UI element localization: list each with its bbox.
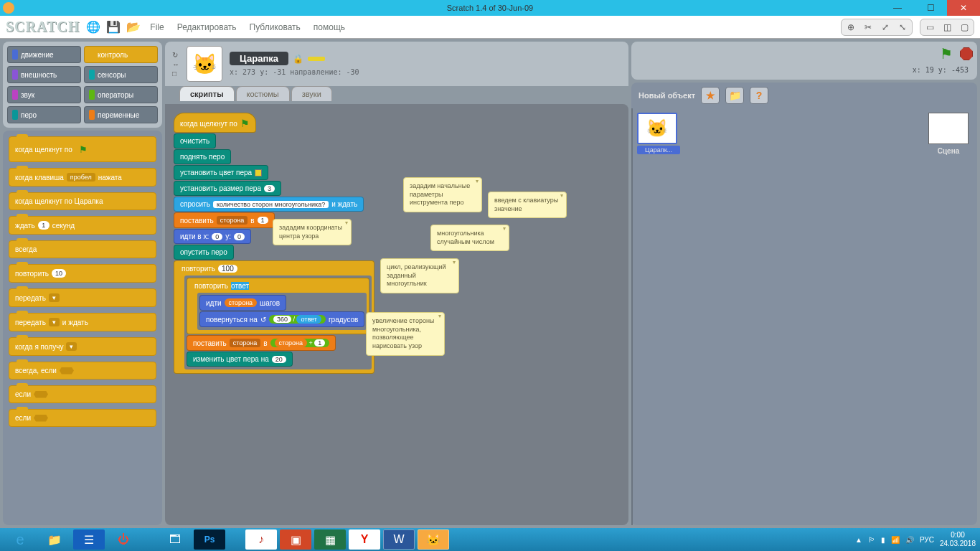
block-move[interactable]: идти сторона шагов [199, 295, 286, 311]
taskbar-app2[interactable]: 🗔 [159, 529, 191, 550]
tab-costumes[interactable]: костюмы [236, 86, 290, 101]
sprite-name[interactable]: Царапка [230, 52, 288, 65]
comment-1[interactable]: зададим начальные параметры инструмента … [403, 177, 482, 212]
tray-battery-icon[interactable]: ▮ [881, 536, 885, 544]
block-repeat-outer[interactable]: повторить 100 повторить ответ идти сторо… [174, 260, 374, 374]
normal-stage-icon[interactable]: ◫ [939, 21, 955, 34]
block-set-pen-color[interactable]: установить цвет пера [174, 165, 268, 180]
cut-icon[interactable]: ✂ [860, 21, 876, 34]
cat-motion[interactable]: движение [7, 46, 81, 63]
draggable-toggle[interactable] [308, 57, 325, 61]
palette-if-else[interactable]: если [9, 409, 156, 427]
blocks-palette: когда щелкнут по ⚑ когда клавиша пробел … [3, 131, 162, 525]
presentation-icon[interactable]: ▢ [956, 21, 972, 34]
color-swatch[interactable] [255, 169, 262, 176]
save-icon[interactable]: 💾 [107, 21, 120, 34]
rotate-icon[interactable]: ↻ [172, 51, 179, 59]
tray-up-icon[interactable]: ▲ [855, 536, 862, 544]
block-change-color[interactable]: изменить цвет пера на 20 [187, 352, 293, 367]
script-area[interactable]: когда щелкнут по ⚑ очистить поднять перо… [165, 104, 628, 525]
tray-lang[interactable]: РУС [920, 536, 934, 544]
menu-share[interactable]: Публиковать [247, 21, 303, 34]
cat-operators[interactable]: операторы [84, 86, 158, 103]
taskbar-app1[interactable]: ☰ [73, 529, 105, 550]
globe-icon[interactable]: 🌐 [87, 21, 100, 34]
grow-icon[interactable]: ⤢ [877, 21, 893, 34]
palette-forever[interactable]: всегда [9, 240, 156, 258]
close-button[interactable]: ✕ [947, 0, 980, 16]
block-clear[interactable]: очистить [174, 133, 216, 149]
block-turn[interactable]: повернуться на ↺ 360 / ответ градусов [199, 311, 364, 327]
taskbar-ie[interactable]: e [4, 529, 36, 550]
stage-thumbnail-section[interactable]: Сцена [920, 108, 977, 525]
stamp-icon[interactable]: ⊕ [843, 21, 859, 34]
cat-sensing[interactable]: сенсоры [84, 66, 158, 83]
menu-edit[interactable]: Редактировать [174, 21, 240, 34]
minimize-button[interactable]: — [881, 0, 914, 16]
no-rotate-icon[interactable]: □ [172, 70, 179, 77]
menu-file[interactable]: File [147, 21, 166, 34]
palette-when-sprite-clicked[interactable]: когда щелкнут по Царапка [9, 192, 156, 210]
sprite-item[interactable]: 🐱 Царапк... [637, 113, 680, 154]
comment-6[interactable]: увеличение стороны многоугольника, позво… [366, 312, 445, 356]
lock-icon[interactable]: 🔒 [293, 54, 303, 64]
taskbar-photoshop[interactable]: Ps [194, 529, 225, 550]
palette-wait[interactable]: ждать 1 секунд [9, 216, 156, 235]
taskbar-yandex[interactable]: Y [349, 529, 380, 550]
comment-2[interactable]: введем с клавиатуры значение [488, 192, 567, 218]
block-goto[interactable]: идти в x: 0 y: 0 [174, 229, 251, 244]
taskbar-excel[interactable]: ▦ [314, 529, 346, 550]
cat-sound[interactable]: звук [7, 86, 81, 103]
stop-button[interactable] [960, 47, 973, 60]
palette-broadcast-wait[interactable]: передать ▾ и ждать [9, 313, 156, 331]
cat-looks[interactable]: внешность [7, 66, 81, 83]
palette-when-flag[interactable]: когда щелкнут по ⚑ [9, 136, 156, 162]
tab-scripts[interactable]: скрипты [179, 86, 235, 101]
palette-broadcast[interactable]: передать ▾ [9, 288, 156, 307]
palette-forever-if[interactable]: всегда, если [9, 362, 156, 380]
comment-5[interactable]: цикл, реализующий заданный многоугльник [380, 258, 459, 293]
cat-pen[interactable]: перо [7, 106, 81, 123]
taskbar-scratch[interactable]: 🐱 [418, 529, 449, 550]
block-set-var-2[interactable]: поставить сторона в сторона + 1 [187, 335, 336, 351]
small-stage-icon[interactable]: ▭ [922, 21, 938, 34]
taskbar-app3[interactable]: ♪ [245, 529, 277, 550]
block-set-pen-size[interactable]: установить размер пера 3 [174, 181, 281, 196]
maximize-button[interactable]: ☐ [914, 0, 947, 16]
taskbar-powerpoint[interactable]: ▣ [280, 529, 311, 550]
palette-when-receive[interactable]: когда я получу ▾ [9, 337, 156, 356]
block-set-var[interactable]: поставить сторона в 1 [174, 212, 275, 228]
palette-repeat[interactable]: повторить 10 [9, 264, 156, 283]
cat-control[interactable]: контроль [84, 46, 158, 63]
menu-help[interactable]: помощь [311, 21, 348, 34]
cat-control-label: контроль [98, 51, 128, 59]
flip-icon[interactable]: ↔ [172, 60, 179, 68]
choose-sprite-icon[interactable]: 📁 [725, 87, 744, 104]
block-repeat-inner[interactable]: повторить ответ идти сторона шагов повер… [187, 278, 369, 334]
tray-network-icon[interactable]: 📶 [891, 536, 900, 544]
block-hat[interactable]: когда щелкнут по ⚑ [174, 113, 256, 133]
shrink-icon[interactable]: ⤡ [895, 21, 910, 34]
sprite-thumbnail[interactable]: 🐱 [187, 46, 222, 82]
taskbar-word[interactable]: W [383, 529, 415, 550]
green-flag-button[interactable]: ⚑ [938, 46, 954, 62]
taskbar-explorer[interactable]: 📁 [39, 529, 70, 550]
palette-if[interactable]: если [9, 385, 156, 403]
tray-volume-icon[interactable]: 🔊 [905, 536, 914, 544]
cat-sound-label: звук [21, 91, 34, 99]
block-pen-up[interactable]: поднять перо [174, 149, 231, 164]
taskbar-power[interactable]: ⏻ [108, 529, 139, 550]
random-sprite-icon[interactable]: ? [750, 87, 768, 104]
comment-4[interactable]: зададим координаты центра узора [273, 219, 352, 245]
cat-variables[interactable]: переменные [84, 106, 158, 123]
block-ask[interactable]: спросить количество сторон многоугольник… [174, 197, 364, 212]
tray-flag-icon[interactable]: 🏳 [868, 536, 875, 544]
window-controls: — ☐ ✕ [881, 0, 980, 16]
tab-sounds[interactable]: звуки [291, 86, 332, 101]
block-pen-down[interactable]: опустить перо [174, 245, 234, 260]
folder-icon[interactable]: 📂 [127, 21, 140, 34]
tray-clock[interactable]: 0:00 24.03.2018 [940, 531, 976, 548]
paint-sprite-icon[interactable]: ★ [701, 87, 720, 104]
comment-3[interactable]: многоугольника случайным числом [430, 225, 509, 251]
palette-when-key[interactable]: когда клавиша пробел нажата [9, 168, 156, 187]
